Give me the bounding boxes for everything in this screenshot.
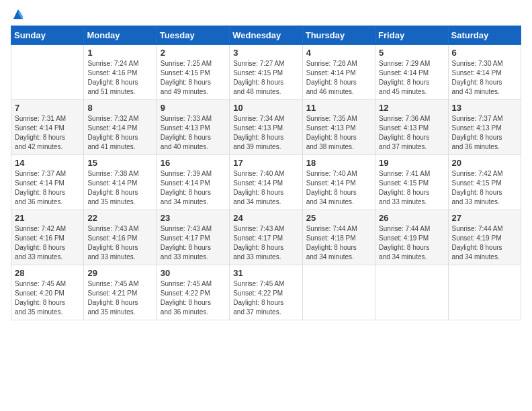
day-info: Sunrise: 7:43 AM Sunset: 4:17 PM Dayligh… bbox=[161, 224, 226, 262]
day-number: 23 bbox=[161, 213, 226, 223]
day-number: 6 bbox=[452, 48, 517, 58]
calendar-cell: 16Sunrise: 7:39 AM Sunset: 4:14 PM Dayli… bbox=[157, 155, 229, 210]
calendar-cell: 24Sunrise: 7:43 AM Sunset: 4:17 PM Dayli… bbox=[230, 210, 302, 265]
day-number: 10 bbox=[233, 103, 298, 113]
day-number: 30 bbox=[161, 268, 226, 278]
day-number: 16 bbox=[161, 158, 226, 168]
calendar-cell bbox=[375, 265, 448, 320]
page-header bbox=[11, 11, 521, 17]
day-number: 1 bbox=[87, 48, 152, 58]
day-number: 26 bbox=[379, 213, 444, 223]
day-info: Sunrise: 7:34 AM Sunset: 4:13 PM Dayligh… bbox=[233, 114, 298, 152]
day-number: 11 bbox=[306, 103, 371, 113]
day-info: Sunrise: 7:43 AM Sunset: 4:17 PM Dayligh… bbox=[233, 224, 298, 262]
day-info: Sunrise: 7:28 AM Sunset: 4:14 PM Dayligh… bbox=[306, 59, 371, 97]
day-number: 29 bbox=[87, 268, 152, 278]
calendar-cell: 18Sunrise: 7:40 AM Sunset: 4:14 PM Dayli… bbox=[302, 155, 375, 210]
calendar-cell: 28Sunrise: 7:45 AM Sunset: 4:20 PM Dayli… bbox=[11, 265, 84, 320]
day-number: 7 bbox=[15, 103, 80, 113]
calendar-cell: 19Sunrise: 7:41 AM Sunset: 4:15 PM Dayli… bbox=[375, 155, 448, 210]
day-number: 21 bbox=[15, 213, 80, 223]
calendar-week-row: 7Sunrise: 7:31 AM Sunset: 4:14 PM Daylig… bbox=[11, 100, 521, 155]
day-info: Sunrise: 7:27 AM Sunset: 4:15 PM Dayligh… bbox=[233, 59, 298, 97]
day-info: Sunrise: 7:42 AM Sunset: 4:15 PM Dayligh… bbox=[452, 169, 517, 207]
day-number: 5 bbox=[379, 48, 444, 58]
day-info: Sunrise: 7:45 AM Sunset: 4:22 PM Dayligh… bbox=[161, 279, 226, 317]
calendar-cell: 29Sunrise: 7:45 AM Sunset: 4:21 PM Dayli… bbox=[84, 265, 157, 320]
calendar-cell: 25Sunrise: 7:44 AM Sunset: 4:18 PM Dayli… bbox=[302, 210, 375, 265]
day-info: Sunrise: 7:43 AM Sunset: 4:16 PM Dayligh… bbox=[87, 224, 152, 262]
calendar-cell: 9Sunrise: 7:33 AM Sunset: 4:13 PM Daylig… bbox=[157, 100, 229, 155]
day-number: 20 bbox=[452, 158, 517, 168]
day-header-sunday: Sunday bbox=[11, 26, 84, 45]
calendar-cell: 8Sunrise: 7:32 AM Sunset: 4:14 PM Daylig… bbox=[84, 100, 157, 155]
day-number: 17 bbox=[233, 158, 298, 168]
day-info: Sunrise: 7:25 AM Sunset: 4:15 PM Dayligh… bbox=[161, 59, 226, 97]
calendar-cell: 13Sunrise: 7:37 AM Sunset: 4:13 PM Dayli… bbox=[448, 100, 521, 155]
day-info: Sunrise: 7:45 AM Sunset: 4:20 PM Dayligh… bbox=[15, 279, 80, 317]
day-info: Sunrise: 7:45 AM Sunset: 4:21 PM Dayligh… bbox=[87, 279, 152, 317]
calendar-cell: 12Sunrise: 7:36 AM Sunset: 4:13 PM Dayli… bbox=[375, 100, 448, 155]
day-info: Sunrise: 7:42 AM Sunset: 4:16 PM Dayligh… bbox=[15, 224, 80, 262]
calendar-cell bbox=[448, 265, 521, 320]
calendar-cell: 15Sunrise: 7:38 AM Sunset: 4:14 PM Dayli… bbox=[84, 155, 157, 210]
calendar-cell: 22Sunrise: 7:43 AM Sunset: 4:16 PM Dayli… bbox=[84, 210, 157, 265]
day-number: 31 bbox=[233, 268, 298, 278]
calendar-week-row: 21Sunrise: 7:42 AM Sunset: 4:16 PM Dayli… bbox=[11, 210, 521, 265]
day-info: Sunrise: 7:32 AM Sunset: 4:14 PM Dayligh… bbox=[87, 114, 152, 152]
day-info: Sunrise: 7:31 AM Sunset: 4:14 PM Dayligh… bbox=[15, 114, 80, 152]
calendar-cell: 3Sunrise: 7:27 AM Sunset: 4:15 PM Daylig… bbox=[230, 45, 302, 100]
calendar-cell: 6Sunrise: 7:30 AM Sunset: 4:14 PM Daylig… bbox=[448, 45, 521, 100]
calendar-cell: 26Sunrise: 7:44 AM Sunset: 4:19 PM Dayli… bbox=[375, 210, 448, 265]
day-info: Sunrise: 7:40 AM Sunset: 4:14 PM Dayligh… bbox=[306, 169, 371, 207]
day-info: Sunrise: 7:36 AM Sunset: 4:13 PM Dayligh… bbox=[379, 114, 444, 152]
day-number: 28 bbox=[15, 268, 80, 278]
day-info: Sunrise: 7:44 AM Sunset: 4:18 PM Dayligh… bbox=[306, 224, 371, 262]
day-info: Sunrise: 7:24 AM Sunset: 4:16 PM Dayligh… bbox=[87, 59, 152, 97]
calendar-cell: 17Sunrise: 7:40 AM Sunset: 4:14 PM Dayli… bbox=[230, 155, 302, 210]
calendar-week-row: 1Sunrise: 7:24 AM Sunset: 4:16 PM Daylig… bbox=[11, 45, 521, 100]
calendar-table: SundayMondayTuesdayWednesdayThursdayFrid… bbox=[11, 26, 521, 320]
calendar-cell: 5Sunrise: 7:29 AM Sunset: 4:14 PM Daylig… bbox=[375, 45, 448, 100]
day-header-thursday: Thursday bbox=[302, 26, 375, 45]
day-number: 12 bbox=[379, 103, 444, 113]
logo-icon bbox=[12, 8, 24, 20]
day-number: 25 bbox=[306, 213, 371, 223]
day-header-saturday: Saturday bbox=[448, 26, 521, 45]
calendar-cell: 21Sunrise: 7:42 AM Sunset: 4:16 PM Dayli… bbox=[11, 210, 84, 265]
calendar-cell: 27Sunrise: 7:44 AM Sunset: 4:19 PM Dayli… bbox=[448, 210, 521, 265]
day-header-tuesday: Tuesday bbox=[157, 26, 229, 45]
calendar-cell: 11Sunrise: 7:35 AM Sunset: 4:13 PM Dayli… bbox=[302, 100, 375, 155]
day-info: Sunrise: 7:35 AM Sunset: 4:13 PM Dayligh… bbox=[306, 114, 371, 152]
day-info: Sunrise: 7:29 AM Sunset: 4:14 PM Dayligh… bbox=[379, 59, 444, 97]
calendar-cell: 23Sunrise: 7:43 AM Sunset: 4:17 PM Dayli… bbox=[157, 210, 229, 265]
day-number: 18 bbox=[306, 158, 371, 168]
day-number: 24 bbox=[233, 213, 298, 223]
calendar-cell: 7Sunrise: 7:31 AM Sunset: 4:14 PM Daylig… bbox=[11, 100, 84, 155]
day-number: 19 bbox=[379, 158, 444, 168]
calendar-week-row: 28Sunrise: 7:45 AM Sunset: 4:20 PM Dayli… bbox=[11, 265, 521, 320]
day-info: Sunrise: 7:33 AM Sunset: 4:13 PM Dayligh… bbox=[161, 114, 226, 152]
calendar-week-row: 14Sunrise: 7:37 AM Sunset: 4:14 PM Dayli… bbox=[11, 155, 521, 210]
day-info: Sunrise: 7:37 AM Sunset: 4:14 PM Dayligh… bbox=[15, 169, 80, 207]
calendar-cell bbox=[302, 265, 375, 320]
calendar-cell: 31Sunrise: 7:45 AM Sunset: 4:22 PM Dayli… bbox=[230, 265, 302, 320]
day-number: 2 bbox=[161, 48, 226, 58]
day-number: 4 bbox=[306, 48, 371, 58]
calendar-cell: 14Sunrise: 7:37 AM Sunset: 4:14 PM Dayli… bbox=[11, 155, 84, 210]
day-number: 8 bbox=[87, 103, 152, 113]
calendar-cell: 2Sunrise: 7:25 AM Sunset: 4:15 PM Daylig… bbox=[157, 45, 229, 100]
day-header-monday: Monday bbox=[84, 26, 157, 45]
calendar-cell: 10Sunrise: 7:34 AM Sunset: 4:13 PM Dayli… bbox=[230, 100, 302, 155]
day-info: Sunrise: 7:44 AM Sunset: 4:19 PM Dayligh… bbox=[452, 224, 517, 262]
day-number: 27 bbox=[452, 213, 517, 223]
day-info: Sunrise: 7:41 AM Sunset: 4:15 PM Dayligh… bbox=[379, 169, 444, 207]
calendar-cell: 1Sunrise: 7:24 AM Sunset: 4:16 PM Daylig… bbox=[84, 45, 157, 100]
day-number: 3 bbox=[233, 48, 298, 58]
calendar-cell: 4Sunrise: 7:28 AM Sunset: 4:14 PM Daylig… bbox=[302, 45, 375, 100]
day-number: 15 bbox=[87, 158, 152, 168]
calendar-cell: 30Sunrise: 7:45 AM Sunset: 4:22 PM Dayli… bbox=[157, 265, 229, 320]
day-header-friday: Friday bbox=[375, 26, 448, 45]
day-info: Sunrise: 7:39 AM Sunset: 4:14 PM Dayligh… bbox=[161, 169, 226, 207]
day-info: Sunrise: 7:37 AM Sunset: 4:13 PM Dayligh… bbox=[452, 114, 517, 152]
